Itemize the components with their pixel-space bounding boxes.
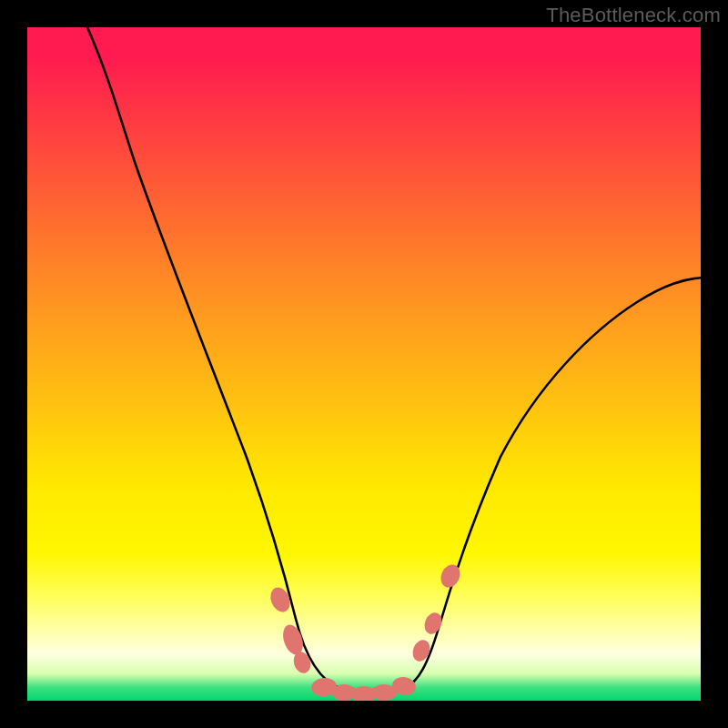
- marker-group: [267, 561, 463, 701]
- bottleneck-curve: [87, 27, 701, 693]
- watermark-text: TheBottleneck.com: [546, 4, 721, 27]
- curve-marker: [438, 561, 464, 591]
- curve-marker: [410, 638, 433, 664]
- curve-marker: [267, 584, 293, 614]
- chart-frame: TheBottleneck.com: [0, 0, 728, 728]
- plot-area: [27, 27, 701, 701]
- curve-marker: [421, 611, 445, 637]
- curve-svg: [27, 27, 701, 701]
